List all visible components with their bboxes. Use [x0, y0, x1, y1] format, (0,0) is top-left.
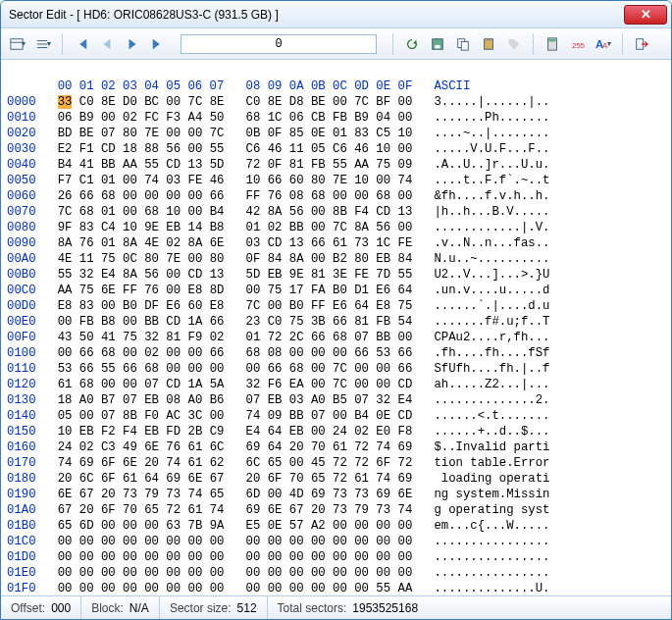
row-ascii: ................: [434, 535, 549, 548]
list-menu-button[interactable]: ▾: [32, 33, 54, 55]
row-ascii: ng system.Missin: [434, 488, 549, 501]
row-ascii: tion table.Error: [434, 456, 549, 470]
exit-button[interactable]: [631, 33, 652, 55]
calculator-button[interactable]: [542, 33, 563, 55]
row-addr: 0060: [7, 189, 36, 203]
row-ascii: 3.....|......|..: [434, 95, 549, 109]
nav-last-button[interactable]: [147, 33, 169, 55]
svg-rect-6: [435, 44, 439, 48]
row-addr: 0000: [7, 95, 36, 109]
row-addr: 00E0: [7, 315, 36, 329]
toolbar: ▾ ▾ 255 AA▾: [1, 28, 671, 60]
row-ascii: ..............U.: [434, 582, 549, 595]
hex-header: 00 01 02 03 04 05 06 07 08 09 0A 0B 0C 0…: [7, 79, 434, 93]
row-ascii: em...c{...W.....: [434, 519, 549, 533]
status-offset: Offset: 000: [1, 596, 81, 619]
row-addr: 0130: [7, 393, 36, 407]
svg-rect-12: [549, 38, 556, 41]
row-ascii: .......Ph.......: [434, 111, 549, 125]
close-icon: ✕: [641, 7, 651, 22]
row-addr: 0020: [7, 127, 36, 140]
status-total-sectors: Total sectors: 1953525168: [268, 596, 671, 619]
font-button[interactable]: AA▾: [593, 33, 614, 55]
row-ascii: ............|.V.: [434, 221, 549, 234]
row-addr: 0040: [7, 158, 36, 172]
row-ascii: SfUfh....fh.|..f: [434, 362, 549, 376]
row-ascii: ....t..F.f`.~..t: [434, 174, 549, 187]
row-ascii: N.u..~..........: [434, 252, 549, 266]
row-ascii: .A..U..]r...U.u.: [434, 158, 549, 172]
status-sector-size: Sector size: 512: [160, 596, 268, 619]
row-ascii: ......`.|....d.u: [434, 299, 549, 313]
row-addr: 0140: [7, 409, 36, 423]
row-addr: 00F0: [7, 331, 36, 344]
row-ascii: .v..N..n...fas..: [434, 236, 549, 250]
row-addr: 0110: [7, 362, 36, 376]
row-ascii: ah.....Z2...|...: [434, 378, 549, 391]
row-addr: 0120: [7, 378, 36, 391]
row-addr: 00D0: [7, 299, 36, 313]
row-ascii: ......+..d..$...: [434, 425, 549, 439]
row-addr: 0070: [7, 205, 36, 219]
row-ascii: |h..h...B.V.....: [434, 205, 549, 219]
paste-button[interactable]: [478, 33, 499, 55]
row-addr: 00A0: [7, 252, 36, 266]
tag-button[interactable]: [503, 33, 525, 55]
row-ascii: .un.v....u.....d: [434, 284, 549, 297]
row-addr: 00B0: [7, 268, 36, 282]
view-menu-button[interactable]: ▾: [7, 33, 28, 55]
row-addr: 0100: [7, 346, 36, 360]
row-ascii: loading operati: [434, 472, 549, 486]
copy-button[interactable]: [452, 33, 474, 55]
window: Sector Edit - [ HD6: ORIC08628US3-C (931…: [0, 0, 672, 620]
row-addr: 0160: [7, 440, 36, 454]
row-addr: 0170: [7, 456, 36, 470]
row-addr: 00C0: [7, 284, 36, 297]
nav-first-button[interactable]: [71, 33, 92, 55]
ascii-header: ASCII: [434, 79, 470, 93]
hex-view[interactable]: 00 01 02 03 04 05 06 07 08 09 0A 0B 0C 0…: [1, 60, 671, 595]
row-ascii: g operating syst: [434, 503, 549, 517]
row-ascii: .fh....fh....fSf: [434, 346, 549, 360]
nav-prev-button[interactable]: [96, 33, 118, 55]
row-addr: 01B0: [7, 519, 36, 533]
row-ascii: ..............2.: [434, 393, 549, 407]
row-ascii: ....~..|........: [434, 127, 549, 140]
row-addr: 01A0: [7, 503, 36, 517]
svg-text:255: 255: [572, 40, 585, 49]
window-title: Sector Edit - [ HD6: ORIC08628US3-C (931…: [5, 8, 624, 22]
status-block: Block: N/A: [81, 596, 160, 619]
row-addr: 0050: [7, 174, 36, 187]
row-ascii: $..Invalid parti: [434, 440, 549, 454]
refresh-button[interactable]: [401, 33, 423, 55]
row-ascii: .......f#.u;f..T: [434, 315, 549, 329]
charset-button[interactable]: 255: [567, 33, 589, 55]
row-addr: 01D0: [7, 550, 36, 564]
row-addr: 0150: [7, 425, 36, 439]
row-addr: 0190: [7, 488, 36, 501]
row-addr: 01F0: [7, 582, 36, 595]
row-addr: 0010: [7, 111, 36, 125]
nav-next-button[interactable]: [122, 33, 143, 55]
close-button[interactable]: ✕: [624, 5, 667, 25]
row-ascii: .....V.U.F...F..: [434, 142, 549, 156]
row-addr: 0080: [7, 221, 36, 234]
row-addr: 01E0: [7, 566, 36, 580]
row-addr: 0090: [7, 236, 36, 250]
row-addr: 0030: [7, 142, 36, 156]
row-ascii: &fh....f.v.h..h.: [434, 189, 549, 203]
statusbar: Offset: 000 Block: N/A Sector size: 512 …: [1, 595, 671, 619]
svg-rect-8: [461, 41, 468, 50]
row-ascii: U2..V...]...>.}U: [434, 268, 549, 282]
save-button[interactable]: [427, 33, 448, 55]
svg-rect-10: [487, 37, 491, 40]
row-ascii: ................: [434, 566, 549, 580]
row-addr: 01C0: [7, 535, 36, 548]
row-ascii: ......<.t.......: [434, 409, 549, 423]
offset-input[interactable]: [181, 34, 377, 54]
row-ascii: ................: [434, 550, 549, 564]
row-ascii: CPAu2....r,fh...: [434, 331, 549, 344]
row-addr: 0180: [7, 472, 36, 486]
titlebar[interactable]: Sector Edit - [ HD6: ORIC08628US3-C (931…: [1, 1, 671, 28]
